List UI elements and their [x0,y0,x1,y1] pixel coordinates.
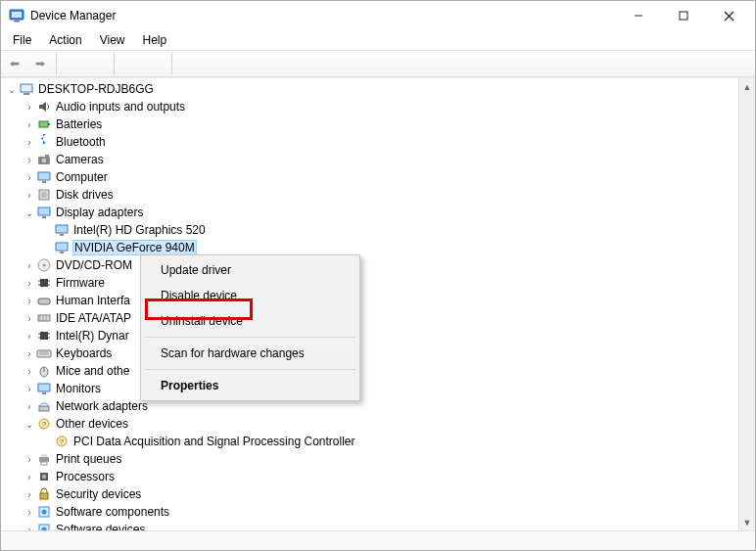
expander-closed-icon[interactable]: › [23,472,36,482]
tree-category[interactable]: ›Mice and othe [1,362,738,380]
expander-closed-icon[interactable]: › [23,507,36,518]
menubar: File Action View Help [1,30,755,50]
tree-category[interactable]: ›Computer [1,168,738,186]
tree-item-label: Software components [56,505,169,519]
expander-closed-icon[interactable]: › [23,313,36,324]
mouse-icon [36,363,52,379]
sw-icon [36,504,52,520]
vertical-scrollbar[interactable]: ▲ ▼ [738,78,755,530]
device-tree[interactable]: ⌄DESKTOP-RDJB6GG›Audio inputs and output… [1,78,738,530]
expander-closed-icon[interactable]: › [23,401,36,412]
window-title: Device Manager [30,9,616,23]
tree-category[interactable]: ›Security devices [1,485,738,503]
expander-closed-icon[interactable]: › [23,296,36,306]
uninstall-toolbar-button[interactable] [227,52,251,75]
expander-closed-icon[interactable]: › [23,102,36,113]
context-uninstall-device[interactable]: Uninstall device [141,308,359,334]
context-scan-hardware[interactable]: Scan for hardware changes [141,341,359,366]
svg-rect-74 [40,493,48,499]
update-driver-toolbar-button[interactable] [176,52,200,75]
context-update-driver[interactable]: Update driver [141,257,359,283]
minimize-button[interactable] [616,1,661,30]
context-properties[interactable]: Properties [141,373,359,398]
expander-closed-icon[interactable]: › [23,278,36,289]
tree-category[interactable]: ›Bluetooth [1,133,738,151]
tree-category[interactable]: ›DVD/CD-ROM [1,256,738,274]
keyboard-icon [36,345,52,361]
monitor-icon [54,240,70,255]
context-menu: Update driver Disable device Uninstall d… [140,254,360,401]
menu-view[interactable]: View [92,31,133,49]
tree-category[interactable]: ›Software devices [1,521,738,530]
tree-item-label: Network adapters [56,399,148,413]
tree-category[interactable]: ›Batteries [1,115,738,133]
svg-text:?: ? [60,437,65,446]
svg-rect-31 [42,181,46,183]
tree-category[interactable]: ›Print queues [1,450,738,468]
menu-file[interactable]: File [5,31,39,49]
tree-device[interactable]: Intel(R) HD Graphics 520 [1,221,738,239]
maximize-button[interactable] [661,1,706,30]
expander-open-icon[interactable]: ⌄ [23,207,36,218]
tree-category[interactable]: ›Cameras [1,151,738,168]
tree-category[interactable]: ⌄Display adapters [1,204,738,221]
tree-category[interactable]: ›Disk drives [1,186,738,204]
expander-closed-icon[interactable]: › [23,119,36,130]
tree-item-label: Software devices [56,523,145,530]
expander-closed-icon[interactable]: › [23,137,36,148]
scroll-down-icon[interactable]: ▼ [739,514,755,530]
svg-rect-34 [38,207,50,215]
help-toolbar-button[interactable]: ? [118,52,142,75]
tree-category[interactable]: ⌄?Other devices [1,415,738,433]
scroll-up-icon[interactable]: ▲ [739,78,755,95]
tree-device[interactable]: ?PCI Data Acquisition and Signal Process… [1,433,738,450]
expander-closed-icon[interactable]: › [23,172,36,183]
context-disable-device[interactable]: Disable device [141,283,359,308]
expander-closed-icon[interactable]: › [23,331,36,342]
tree-category[interactable]: ›Firmware [1,274,738,292]
expander-open-icon[interactable]: ⌄ [5,84,19,95]
menu-action[interactable]: Action [41,31,89,49]
expander-closed-icon[interactable]: › [23,348,36,359]
menu-help[interactable]: Help [135,31,175,49]
tree-category[interactable]: ›Keyboards [1,344,738,362]
expander-closed-icon[interactable]: › [23,454,36,465]
properties-toolbar-button[interactable] [86,52,110,75]
tree-category[interactable]: ›Processors [1,468,738,485]
forward-button[interactable]: ➡ [28,52,52,75]
tree-item-label: NVIDIA GeForce 940M [73,241,196,254]
tree-category[interactable]: ›Network adapters [1,397,738,415]
tree-device[interactable]: NVIDIA GeForce 940M [1,239,738,256]
scan-hardware-toolbar-button[interactable] [253,52,276,75]
disable-toolbar-button[interactable] [202,52,225,75]
tree-item-label: Intel(R) HD Graphics 520 [73,223,206,237]
tree-category[interactable]: ›Software components [1,503,738,521]
tree-category[interactable]: ›Intel(R) Dynar [1,327,738,344]
expander-closed-icon[interactable]: › [23,384,36,394]
back-button[interactable]: ⬅ [3,52,26,75]
svg-rect-23 [21,84,32,92]
scroll-track[interactable] [739,95,755,514]
speaker-icon [36,99,52,115]
action-center-button[interactable] [144,52,167,75]
expander-closed-icon[interactable]: › [23,366,36,377]
expander-open-icon[interactable]: ⌄ [23,419,36,430]
battery-icon [36,116,52,132]
tree-root[interactable]: ⌄DESKTOP-RDJB6GG [1,80,738,98]
svg-point-28 [42,159,47,163]
close-button[interactable] [706,1,751,30]
expander-closed-icon[interactable]: › [23,155,36,165]
expander-closed-icon[interactable]: › [23,489,36,500]
expander-closed-icon[interactable]: › [23,190,36,201]
cpu-icon [36,469,52,484]
tree-item-label: Bluetooth [56,135,106,149]
tree-category[interactable]: ›Audio inputs and outputs [1,98,738,115]
tree-category[interactable]: ›IDE ATA/ATAP [1,309,738,327]
tree-category[interactable]: ›Monitors [1,380,738,397]
tree-category[interactable]: ›Human Interfa [1,292,738,309]
svg-rect-64 [39,406,49,411]
show-hide-tree-button[interactable] [61,52,84,75]
expander-closed-icon[interactable]: › [23,260,36,271]
expander-closed-icon[interactable]: › [23,525,36,531]
cd-icon [36,257,52,273]
